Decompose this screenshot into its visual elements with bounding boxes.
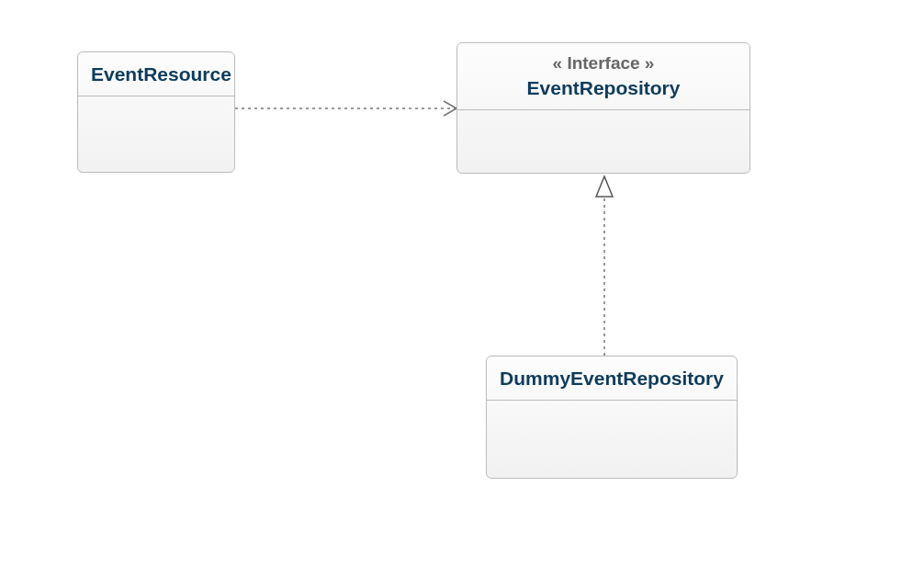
- class-name: EventResource: [91, 62, 221, 86]
- svg-marker-2: [596, 176, 613, 197]
- class-body: [457, 110, 749, 173]
- class-header: « Interface » EventRepository: [457, 43, 749, 110]
- interface-event-repository[interactable]: « Interface » EventRepository: [456, 42, 750, 174]
- class-stereotype: « Interface »: [470, 52, 737, 75]
- class-name: DummyEventRepository: [500, 366, 724, 391]
- class-header: DummyEventRepository: [487, 357, 737, 401]
- class-body: [487, 401, 737, 478]
- class-body: [78, 96, 234, 172]
- class-header: EventResource: [78, 52, 234, 96]
- class-event-resource[interactable]: EventResource: [77, 51, 235, 173]
- class-dummy-event-repository[interactable]: DummyEventRepository: [486, 356, 738, 479]
- class-name: EventRepository: [470, 75, 737, 100]
